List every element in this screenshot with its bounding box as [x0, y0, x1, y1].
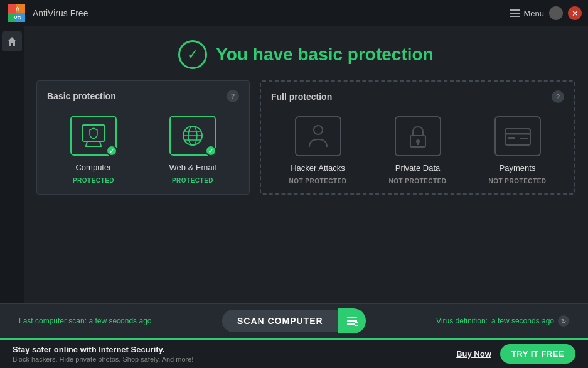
bottom-bar-title: Stay safer online with Internet Security…	[13, 345, 193, 354]
full-protection-items: Hacker Attacks NOT PROTECTED	[271, 114, 564, 185]
app-logo: A VG AntiVirus Free	[8, 4, 88, 22]
svg-line-11	[100, 141, 101, 146]
hacker-icon-bg	[295, 116, 341, 156]
private-data-item[interactable]: Private Data NOT PROTECTED	[371, 114, 464, 185]
svg-text:A: A	[16, 6, 20, 12]
svg-line-30	[358, 325, 358, 326]
full-panel-help-button[interactable]: ?	[552, 90, 564, 103]
svg-rect-8	[510, 16, 520, 17]
private-data-icon-bg	[395, 116, 441, 156]
web-email-item-status: PROTECTED	[172, 177, 213, 184]
svg-rect-6	[510, 9, 520, 11]
sidebar	[0, 26, 24, 303]
scan-bar: Last computer scan: a few seconds ago SC…	[0, 303, 588, 338]
last-scan-label: Last computer scan:	[19, 317, 87, 325]
virus-def-time: a few seconds ago	[491, 317, 554, 325]
payments-icon-bg	[494, 116, 541, 156]
hero-section: ✓ You have basic protection	[24, 26, 588, 80]
web-email-item-name: Web & Email	[169, 163, 216, 172]
bottom-bar-text: Stay safer online with Internet Security…	[13, 345, 193, 363]
payments-item-name: Payments	[500, 163, 536, 173]
svg-point-20	[416, 139, 420, 143]
computer-item-status: PROTECTED	[73, 177, 114, 184]
basic-protection-panel: Basic protection ?	[36, 80, 250, 195]
computer-item-name: Computer	[75, 163, 111, 172]
virus-def-label: Virus definition:	[436, 317, 488, 325]
svg-point-29	[355, 322, 358, 326]
basic-panel-title: Basic protection	[47, 91, 116, 101]
payments-item-status: NOT PROTECTED	[488, 178, 546, 185]
window-controls: Menu — ✕	[510, 6, 582, 20]
hacker-attacks-item[interactable]: Hacker Attacks NOT PROTECTED	[271, 114, 365, 185]
scan-options-icon	[346, 316, 358, 326]
private-data-icon	[404, 123, 432, 149]
close-button[interactable]: ✕	[568, 6, 582, 20]
private-data-item-status: NOT PROTECTED	[388, 178, 446, 185]
scan-button-group[interactable]: SCAN COMPUTER	[222, 308, 366, 333]
last-scan-time: a few seconds ago	[88, 317, 151, 325]
basic-panel-help-button[interactable]: ?	[227, 90, 239, 102]
bottom-bar-subtitle: Block hackers. Hide private photos. Shop…	[13, 355, 193, 363]
private-data-item-name: Private Data	[395, 163, 441, 173]
hamburger-icon	[510, 9, 520, 17]
scan-options-button[interactable]	[338, 308, 366, 333]
scan-computer-button[interactable]: SCAN COMPUTER	[222, 310, 338, 332]
full-panel-title: Full protection	[271, 92, 332, 102]
last-scan-info: Last computer scan: a few seconds ago	[19, 317, 151, 325]
try-free-button[interactable]: TRY IT FREE	[500, 344, 575, 364]
computer-icon	[80, 124, 107, 148]
web-email-icon	[179, 124, 206, 148]
full-panel-header: Full protection ?	[271, 90, 564, 103]
hacker-icon	[304, 123, 332, 149]
hacker-attacks-item-status: NOT PROTECTED	[289, 178, 346, 185]
computer-icon-container: ✓	[68, 114, 119, 158]
protection-status-title: You have basic protection	[216, 45, 433, 65]
content-area: ✓ You have basic protection Basic protec…	[24, 26, 588, 303]
web-email-protection-item[interactable]: ✓ Web & Email PROTECTED	[146, 114, 239, 184]
computer-check-badge: ✓	[106, 145, 117, 156]
virus-definition-info: Virus definition: a few seconds ago ↻	[436, 315, 569, 327]
menu-button[interactable]: Menu	[510, 9, 544, 18]
hacker-attacks-item-name: Hacker Attacks	[291, 163, 345, 173]
hacker-icon-container	[293, 114, 343, 158]
svg-rect-24	[508, 137, 515, 139]
svg-rect-7	[510, 13, 520, 14]
bottom-bar-actions: Buy Now TRY IT FREE	[456, 344, 575, 364]
web-email-check-badge: ✓	[205, 145, 216, 156]
basic-panel-header: Basic protection ?	[47, 90, 239, 102]
home-icon	[7, 36, 17, 46]
full-protection-panel: Full protection ?	[260, 80, 575, 195]
payments-icon-container	[493, 114, 543, 158]
buy-now-link[interactable]: Buy Now	[456, 349, 491, 359]
payments-item[interactable]: Payments NOT PROTECTED	[471, 114, 564, 185]
minimize-button[interactable]: —	[549, 6, 563, 20]
basic-protection-items: ✓ Computer PROTECTED	[47, 114, 239, 184]
protection-status-icon: ✓	[178, 40, 207, 69]
refresh-button[interactable]: ↻	[558, 315, 569, 327]
panels-row: Basic protection ?	[24, 80, 588, 195]
computer-protection-item[interactable]: ✓ Computer PROTECTED	[47, 114, 140, 184]
web-email-icon-container: ✓	[168, 114, 218, 158]
private-data-icon-container	[393, 114, 443, 158]
payments-icon	[503, 124, 533, 148]
home-button[interactable]	[2, 31, 22, 51]
svg-text:VG: VG	[14, 15, 21, 21]
svg-line-10	[86, 141, 87, 146]
avg-logo-icon: A VG	[8, 4, 28, 22]
title-bar: A VG AntiVirus Free Menu — ✕	[0, 0, 588, 26]
bottom-bar: Stay safer online with Internet Security…	[0, 338, 588, 368]
svg-point-18	[314, 126, 323, 134]
app-name-label: AntiVirus Free	[33, 8, 88, 18]
